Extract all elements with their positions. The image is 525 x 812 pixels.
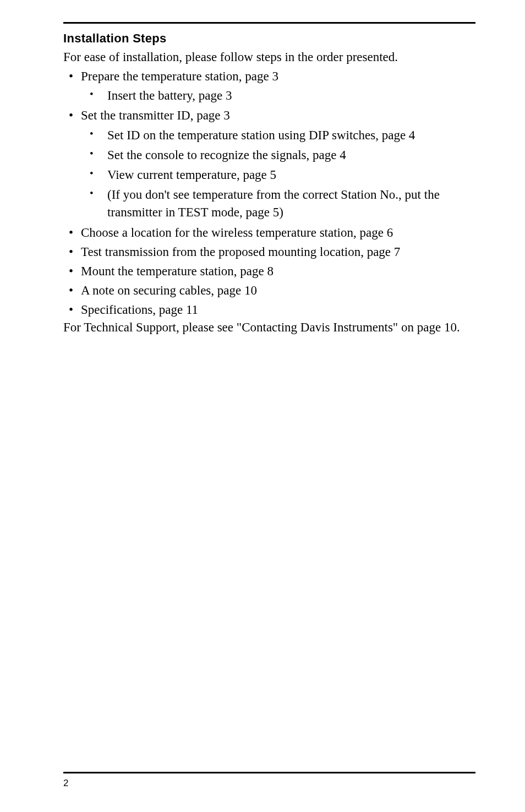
sublist: Insert the battery, page 3: [81, 87, 475, 105]
section-heading: Installation Steps: [63, 31, 475, 46]
list-item: Test transmission from the proposed moun…: [63, 243, 475, 261]
list-item: Insert the battery, page 3: [81, 87, 475, 105]
outro-text: For Technical Support, please see "Conta…: [63, 320, 475, 335]
list-item: View current temperature, page 5: [81, 166, 475, 184]
top-rule: [63, 22, 475, 24]
list-item: Set ID on the temperature station using …: [81, 127, 475, 144]
list-item: Prepare the temperature station, page 3 …: [63, 68, 475, 105]
intro-text: For ease of installation, please follow …: [63, 50, 475, 64]
sublist: Set ID on the temperature station using …: [81, 127, 475, 222]
page-number: 2: [63, 778, 475, 789]
page-footer: 2: [63, 772, 475, 789]
list-item: Choose a location for the wireless tempe…: [63, 224, 475, 242]
list-item: (If you don't see temperature from the c…: [81, 186, 475, 221]
list-item-text: Prepare the temperature station, page 3: [81, 69, 278, 83]
list-item: Set the console to recognize the signals…: [81, 146, 475, 164]
list-item: Specifications, page 11: [63, 301, 475, 319]
list-item: A note on securing cables, page 10: [63, 282, 475, 299]
list-item: Set the transmitter ID, page 3 Set ID on…: [63, 107, 475, 221]
bottom-rule: [63, 772, 475, 773]
list-item: Mount the temperature station, page 8: [63, 263, 475, 280]
list-item-text: Set the transmitter ID, page 3: [81, 108, 230, 122]
install-steps-list: Prepare the temperature station, page 3 …: [63, 68, 475, 319]
